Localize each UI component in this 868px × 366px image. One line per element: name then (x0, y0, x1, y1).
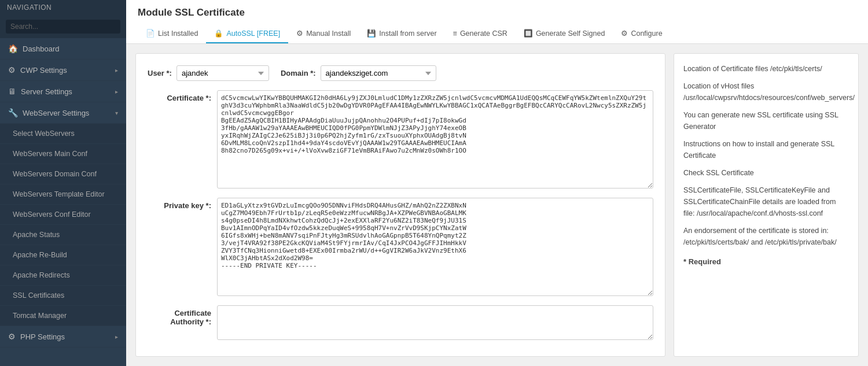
lock-icon: 🔒 (214, 29, 223, 38)
sidebar-item-label: WebServers Conf Editor (13, 210, 91, 219)
home-icon: 🏠 (8, 44, 18, 53)
domain-select[interactable]: ajandeksziget.com (321, 65, 436, 81)
sidebar-item-webservers-main-conf[interactable]: WebServers Main Conf (0, 144, 126, 164)
sidebar-item-label: Apache Status (13, 231, 60, 239)
chevron-right-icon: ▸ (115, 67, 118, 73)
sidebar-item-dashboard[interactable]: 🏠 Dashboard (0, 38, 126, 60)
sidebar-item-apache-rebuild[interactable]: Apache Re-Build (0, 245, 126, 265)
cert-authority-textarea[interactable] (217, 305, 653, 340)
sidebar-item-webservers-conf-editor[interactable]: WebServers Conf Editor (0, 205, 126, 225)
user-domain-row: User *: ajandek Domain *: ajandeksziget.… (148, 65, 653, 81)
sidebar: Navigation 🏠 Dashboard ⚙ CWP Settings ▸ … (0, 0, 126, 366)
tab-manual-install[interactable]: ⚙ Manual Install (288, 24, 359, 43)
tab-label: Generate Self Signed (536, 29, 605, 38)
user-select[interactable]: ajandek (176, 65, 269, 81)
document-icon: 📄 (146, 29, 155, 38)
sidebar-item-label: Server Settings (21, 87, 72, 96)
sidebar-item-cwp-settings[interactable]: ⚙ CWP Settings ▸ (0, 60, 126, 81)
wrench-icon: 🔧 (8, 108, 18, 117)
sidebar-item-label: Apache Redirects (13, 271, 70, 279)
nav-header: Navigation (0, 0, 126, 15)
chevron-down-icon: ▾ (115, 110, 118, 116)
gear-icon: ⚙ (296, 29, 303, 38)
info-line1: Location of Certificate files /etc/pki/t… (683, 63, 849, 75)
sidebar-item-label: Tomcat Manager (13, 312, 67, 320)
sidebar-item-label: SSL Certificates (13, 291, 64, 300)
server-icon: 🖥 (8, 87, 16, 96)
tab-label: Install from server (379, 29, 436, 38)
sidebar-item-label: WebServers Main Conf (13, 150, 87, 158)
certificate-row: Certificate *: dC5vcmcwLwYIKwYBBQUHMAKGI… (148, 90, 653, 188)
sidebar-item-label: PHP Settings (20, 332, 65, 341)
sidebar-item-label: Dashboard (23, 45, 60, 53)
sidebar-item-webservers-template-editor[interactable]: WebServers Template Editor (0, 184, 126, 205)
sidebar-item-ssl-certificates[interactable]: SSL Certificates (0, 286, 126, 306)
cert-authority-label: Certificate Authority *: (148, 305, 211, 326)
tab-label: Generate CSR (460, 29, 507, 38)
user-label: User *: (148, 69, 172, 77)
private-key-label: Private key *: (148, 198, 211, 210)
tab-autossl[interactable]: 🔒 AutoSSL [FREE] (206, 24, 288, 43)
required-note: * Required (683, 256, 849, 268)
sidebar-item-webservers-domain-conf[interactable]: WebServers Domain Conf (0, 164, 126, 184)
chevron-right-icon: ▸ (115, 88, 118, 95)
info-line2: Location of vHost files /usr/local/cwpsr… (683, 80, 849, 103)
tab-install-from-server[interactable]: 💾 Install from server (359, 24, 444, 43)
sidebar-item-apache-status[interactable]: Apache Status (0, 225, 126, 245)
sidebar-item-label: CWP Settings (20, 66, 67, 75)
tab-label: List Installed (158, 29, 198, 38)
tab-label: Manual Install (306, 29, 351, 38)
info-line5: Check SSL Certificate (683, 167, 849, 179)
tab-configure[interactable]: ⚙ Configure (613, 24, 670, 43)
tab-bar: 📄 List Installed 🔒 AutoSSL [FREE] ⚙ Manu… (138, 24, 856, 43)
sidebar-item-webserver-settings[interactable]: 🔧 WebServer Settings ▾ (0, 102, 126, 124)
info-line3: You can generate new SSL certificate usi… (683, 109, 849, 132)
chevron-right-icon: ▸ (115, 334, 118, 340)
tab-label: Configure (631, 29, 662, 38)
info-line6: SSLCertificateFile, SSLCertificateKeyFil… (683, 184, 849, 219)
content-area: User *: ajandek Domain *: ajandeksziget.… (126, 44, 868, 366)
sidebar-item-apache-redirects[interactable]: Apache Redirects (0, 265, 126, 286)
sidebar-item-label: WebServer Settings (23, 109, 89, 117)
info-line7: An endorsement of the certificate is sto… (683, 225, 849, 248)
main-content: Module SSL Certificate 📄 List Installed … (126, 0, 868, 366)
private-key-textarea[interactable]: ED1aGLyXtzx9tGVDzLuImcgQOo9O5DNNviFHdsDR… (217, 198, 653, 296)
sidebar-item-label: Apache Re-Build (13, 251, 67, 259)
info-line4: Instructions on how to install and gener… (683, 138, 849, 161)
tab-label: AutoSSL [FREE] (226, 29, 280, 38)
sidebar-item-label: WebServers Domain Conf (13, 170, 97, 178)
sidebar-item-label: WebServers Template Editor (13, 190, 105, 198)
tab-list-installed[interactable]: 📄 List Installed (138, 24, 206, 43)
sidebar-item-php-settings[interactable]: ⚙ PHP Settings ▸ (0, 326, 126, 347)
sidebar-item-select-webservers[interactable]: Select WebServers (0, 124, 126, 144)
private-key-row: Private key *: ED1aGLyXtzx9tGVDzLuImcgQO… (148, 198, 653, 296)
drive-icon: 💾 (367, 29, 376, 38)
form-panel: User *: ajandek Domain *: ajandeksziget.… (135, 53, 665, 357)
info-panel: Location of Certificate files /etc/pki/t… (674, 53, 859, 357)
configure-icon: ⚙ (621, 29, 628, 38)
certificate-textarea[interactable]: dC5vcmcwLwYIKwYBBQUHMAKGI2h0dHA6Ly9jZXJ0… (217, 90, 653, 188)
cwp-icon: ⚙ (8, 65, 16, 75)
certificate-label: Certificate *: (148, 90, 211, 102)
search-box[interactable] (0, 15, 126, 38)
lines-icon: ≡ (453, 29, 457, 38)
page-title: Module SSL Certificate (138, 7, 856, 19)
sidebar-item-tomcat-manager[interactable]: Tomcat Manager (0, 306, 126, 326)
page-header: Module SSL Certificate 📄 List Installed … (126, 0, 868, 44)
sidebar-item-label: Select WebServers (13, 130, 75, 138)
search-input[interactable] (6, 20, 120, 34)
php-icon: ⚙ (8, 332, 16, 341)
tab-generate-csr[interactable]: ≡ Generate CSR (445, 24, 516, 43)
cert-authority-row: Certificate Authority *: (148, 305, 653, 340)
grid-icon: 🔲 (524, 29, 533, 38)
tab-generate-self-signed[interactable]: 🔲 Generate Self Signed (516, 24, 613, 43)
domain-group: Domain *: ajandeksziget.com (281, 65, 436, 81)
user-group: User *: ajandek (148, 65, 269, 81)
sidebar-item-server-settings[interactable]: 🖥 Server Settings ▸ (0, 81, 126, 102)
domain-label: Domain *: (281, 69, 316, 77)
